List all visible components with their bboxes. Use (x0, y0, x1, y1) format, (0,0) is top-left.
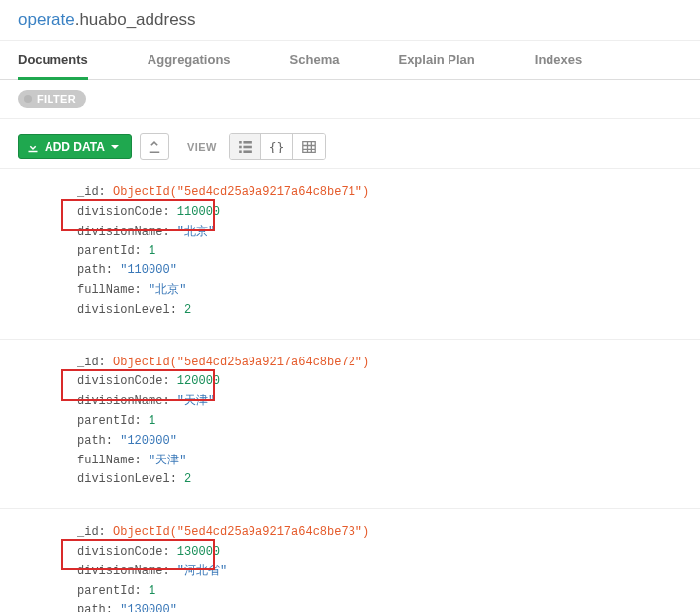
document-list: _id: ObjectId("5ed4cd25a9a9217a64c8be71"… (0, 168, 700, 612)
view-table-button[interactable] (293, 134, 325, 159)
field-divisionname: "北京" (177, 225, 215, 239)
field-path: "120000" (120, 434, 177, 448)
caret-down-icon (111, 145, 119, 149)
table-icon (302, 141, 316, 153)
tab-documents[interactable]: Documents (18, 41, 88, 79)
import-file-button[interactable] (140, 133, 169, 160)
field-id: ObjectId("5ed4cd25a9a9217a64c8be71") (113, 185, 369, 199)
list-icon (239, 141, 252, 153)
tab-explain-plan[interactable]: Explain Plan (398, 41, 474, 79)
field-parentid: 1 (149, 584, 155, 598)
view-label: VIEW (187, 141, 217, 153)
add-data-button[interactable]: ADD DATA (18, 134, 132, 159)
view-mode-segment: {} (229, 133, 326, 160)
tabs: Documents Aggregations Schema Explain Pl… (0, 41, 700, 80)
breadcrumb: operate.huabo_address (0, 0, 700, 41)
breadcrumb-collection: .huabo_address (75, 10, 196, 29)
svg-rect-2 (239, 146, 242, 149)
view-json-button[interactable]: {} (261, 134, 293, 159)
field-divisionname: "河北省" (177, 564, 227, 578)
braces-icon: {} (269, 140, 285, 154)
field-divisioncode: 120000 (177, 374, 220, 388)
tab-schema[interactable]: Schema (290, 41, 340, 79)
view-list-button[interactable] (230, 134, 261, 159)
field-divisionname: "天津" (177, 394, 215, 408)
document-card[interactable]: _id: ObjectId("5ed4cd25a9a9217a64c8be73"… (0, 509, 700, 612)
field-fullname: "北京" (149, 283, 186, 297)
field-parentid: 1 (149, 244, 155, 257)
field-divisionlevel: 2 (184, 472, 191, 486)
field-id: ObjectId("5ed4cd25a9a9217a64c8be72") (113, 356, 369, 369)
svg-rect-4 (239, 150, 242, 153)
toolbar: ADD DATA VIEW {} (0, 119, 700, 168)
tab-indexes[interactable]: Indexes (535, 41, 582, 79)
filter-label: FILTER (37, 93, 76, 105)
filter-dot-icon (24, 95, 32, 103)
filter-pill[interactable]: FILTER (18, 90, 86, 108)
field-parentid: 1 (149, 414, 155, 428)
breadcrumb-database[interactable]: operate (18, 10, 75, 29)
field-fullname: "天津" (149, 454, 186, 467)
upload-icon (148, 140, 161, 153)
field-divisioncode: 130000 (177, 545, 220, 559)
add-data-label: ADD DATA (45, 140, 105, 153)
filter-bar: FILTER (0, 80, 700, 119)
svg-rect-3 (243, 146, 251, 149)
svg-rect-1 (243, 141, 251, 144)
field-divisionlevel: 2 (184, 303, 191, 317)
tab-aggregations[interactable]: Aggregations (148, 41, 231, 79)
field-path: "110000" (120, 263, 177, 277)
field-id: ObjectId("5ed4cd25a9a9217a64c8be73") (113, 525, 369, 539)
download-icon (27, 141, 39, 153)
svg-rect-0 (239, 141, 242, 144)
field-divisioncode: 110000 (177, 205, 220, 219)
field-path: "130000" (120, 603, 177, 612)
svg-rect-5 (243, 150, 251, 153)
document-card[interactable]: _id: ObjectId("5ed4cd25a9a9217a64c8be72"… (0, 340, 700, 510)
document-card[interactable]: _id: ObjectId("5ed4cd25a9a9217a64c8be71"… (0, 169, 700, 340)
